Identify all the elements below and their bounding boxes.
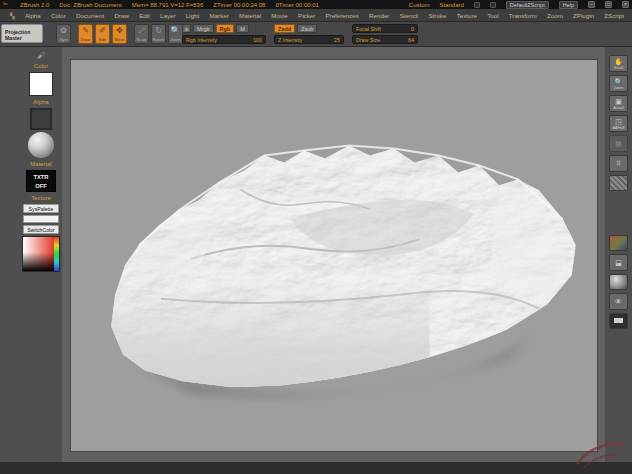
switch-color-button[interactable]: SwitchColor (23, 225, 59, 234)
scroll-hand-icon: ✋ (614, 57, 623, 66)
menu-layer[interactable]: Layer (160, 12, 175, 19)
projection-master-button[interactable]: Projection Master (1, 24, 43, 43)
menu-picker[interactable]: Picker (298, 12, 315, 19)
aahalf-icon: ◳ (615, 117, 622, 126)
footer-bar (0, 462, 632, 474)
menu-render[interactable]: Render (369, 12, 389, 19)
custom-ui-label[interactable]: Custom (409, 2, 430, 8)
close-button[interactable]: × (622, 1, 629, 8)
brush-tool-icon[interactable]: 🖌 (37, 51, 45, 60)
crop-fill-button[interactable]: ⬓ (609, 254, 628, 271)
rgb-button[interactable]: Rgb (216, 24, 235, 33)
actual-size-icon: ▣ (615, 97, 622, 106)
zoom-view-button[interactable]: 🔍 Zoom (609, 75, 628, 92)
brush-icon: ✎ (82, 25, 89, 37)
menu-draw[interactable]: Draw (114, 12, 128, 19)
minimize-button[interactable]: – (588, 1, 595, 8)
color-picker[interactable] (22, 236, 60, 272)
color-label: Color (34, 62, 48, 70)
menu-tool[interactable]: Tool (487, 12, 498, 19)
left-tray: 🖌 Color Alpha Material TXTR OFF Texture … (0, 47, 62, 462)
menu-material[interactable]: Material (239, 12, 261, 19)
crop-icon: ⬓ (615, 258, 622, 267)
aahalf-button[interactable]: ◳ AAHalf (609, 115, 628, 132)
menu-transform[interactable]: Transform (509, 12, 537, 19)
menu-edit[interactable]: Edit (139, 12, 150, 19)
menu-zscript[interactable]: ZScript (604, 12, 624, 19)
current-color-swatch[interactable] (29, 72, 53, 96)
scale-icon: ⤢ (138, 25, 144, 37)
material-label: Material (30, 160, 51, 168)
scale-button[interactable]: ⤢ Scale (134, 24, 149, 44)
move-button[interactable]: ✥ Move (112, 24, 127, 44)
layer-dots-icon: ⠿ (616, 159, 621, 168)
menu-document[interactable]: Document (76, 12, 104, 19)
shelf-tool-buttons: ✿ Gyro ✎ Draw ✐ Edit ✥ Move ⤢ Scale (56, 24, 183, 44)
draw-button[interactable]: ✎ Draw (78, 24, 93, 44)
scroll-button[interactable]: ✋ Scroll (609, 55, 628, 72)
saturation-value-square[interactable] (23, 237, 54, 271)
rgb-intensity-slider[interactable]: Rgb Intensity 100 (182, 35, 266, 44)
titlebar: ✂ ZBrush 2.0 Doc: ZBrush Document Mem= 8… (0, 0, 632, 9)
pencil-icon: ✐ (99, 25, 106, 37)
menubar: ▚ Alpha Color Document Draw Edit Layer L… (0, 9, 632, 22)
actual-size-button[interactable]: ▣ Actual (609, 95, 628, 112)
alpha-thumbnail[interactable] (30, 108, 52, 130)
layer-dots-button[interactable]: ⠿ (609, 155, 628, 172)
stroke-icon[interactable]: ◉ (182, 24, 191, 33)
zsub-button[interactable]: Zsub (297, 24, 317, 33)
menu-light[interactable]: Light (186, 12, 199, 19)
maximize-button[interactable]: □ (605, 1, 612, 8)
texture-off-badge[interactable]: TXTR OFF (26, 170, 56, 192)
memory-readout: Mem= 88.791 V=12 F=536 (132, 2, 204, 8)
sys-palette-button[interactable]: SysPalette (23, 204, 59, 213)
menu-color[interactable]: Color (51, 12, 66, 19)
alpha-label: Alpha (33, 98, 48, 106)
menu-marker[interactable]: Marker (209, 12, 228, 19)
zbrush-logo-icon: ✂ (3, 1, 10, 8)
m-button[interactable]: M (236, 24, 249, 33)
zadd-button[interactable]: Zadd (274, 24, 295, 33)
gyro-button[interactable]: ✿ Gyro (56, 24, 71, 44)
move-icon: ✥ (116, 25, 123, 37)
texture-preview-thumbnail[interactable] (609, 175, 628, 191)
gyro-icon: ✿ (60, 25, 67, 37)
frame-button[interactable]: ▦ (609, 135, 628, 152)
palette-swatch-bar[interactable] (23, 215, 59, 223)
material-sphere-thumbnail[interactable] (28, 132, 54, 158)
spin-button[interactable]: 👁 (609, 293, 628, 310)
menu-stroke[interactable]: Stroke (428, 12, 446, 19)
menu-stencil[interactable]: Stencil (400, 12, 419, 19)
document-canvas[interactable] (70, 59, 598, 452)
ui-config-button-1[interactable] (474, 2, 480, 8)
menu-zoom[interactable]: Zoom (547, 12, 563, 19)
document-preview-thumbnail[interactable] (609, 235, 628, 251)
zbrush-window: ✂ ZBrush 2.0 Doc: ZBrush Document Mem= 8… (0, 0, 632, 474)
config-label[interactable]: Standard (439, 2, 463, 8)
rotate-button[interactable]: ↻ Rotate (151, 24, 166, 44)
default-zscript-button[interactable]: DefaultZScript (506, 1, 549, 9)
zoom-icon: 🔍 (171, 25, 181, 37)
menu-zplugin[interactable]: ZPlugin (573, 12, 594, 19)
ui-config-button-2[interactable] (490, 2, 496, 8)
hue-strip[interactable] (54, 237, 59, 271)
edit-button[interactable]: ✐ Edit (95, 24, 110, 44)
help-button[interactable]: Help (559, 1, 578, 9)
focal-shift-slider[interactable]: Focal Shift 0 (352, 24, 418, 33)
top-shelf: Projection Master ✿ Gyro ✎ Draw ✐ Edit ✥… (0, 22, 632, 47)
magnifier-icon: 🔍 (614, 77, 623, 86)
render-preview-thumbnail[interactable] (609, 274, 628, 290)
zoom-tool-button[interactable]: 🔍 Zoom (168, 24, 183, 44)
frame-icon: ▦ (615, 139, 622, 148)
menu-alpha[interactable]: Alpha (25, 12, 41, 19)
terrain-sculpt (71, 60, 597, 451)
menu-grip-icon: ▚ (10, 12, 15, 19)
shelf-controls: ◉ Mrgb Rgb M Rgb Intensity 100 Zadd Zsub… (182, 24, 418, 44)
menu-preferences[interactable]: Preferences (325, 12, 358, 19)
menu-movie[interactable]: Movie (271, 12, 288, 19)
monitor-thumbnail[interactable] (609, 313, 628, 329)
menu-texture[interactable]: Texture (457, 12, 477, 19)
z-intensity-slider[interactable]: Z Intensity 25 (274, 35, 344, 44)
draw-size-slider[interactable]: Draw Size 64 (352, 35, 418, 44)
mrgb-button[interactable]: Mrgb (193, 24, 214, 33)
